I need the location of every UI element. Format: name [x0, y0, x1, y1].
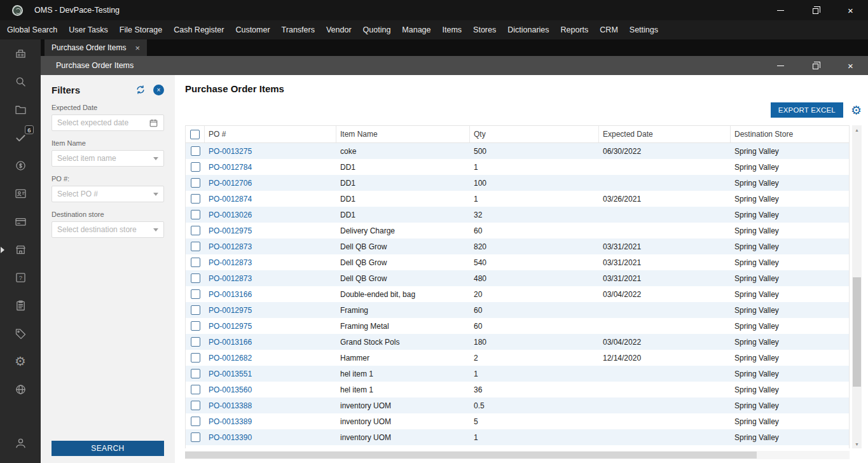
row-checkbox[interactable] [191, 194, 200, 204]
destination-store-select[interactable]: Select destination store [52, 221, 164, 238]
row-checkbox[interactable] [191, 305, 200, 315]
po-number-link[interactable]: PO-0012873 [209, 242, 252, 251]
sidebar-item-search[interactable] [0, 67, 41, 95]
scroll-down-icon[interactable]: ▼ [852, 439, 862, 448]
po-number-link[interactable]: PO-0013166 [209, 338, 252, 347]
select-all-checkbox[interactable] [190, 130, 200, 139]
restore-button[interactable] [798, 0, 833, 20]
calendar-icon[interactable] [149, 118, 158, 128]
row-checkbox[interactable] [191, 146, 200, 156]
row-checkbox[interactable] [191, 337, 200, 347]
po-number-link[interactable]: PO-0012706 [209, 179, 252, 188]
po-number-link[interactable]: PO-0012975 [209, 322, 252, 331]
po-number-link[interactable]: PO-0013390 [209, 433, 252, 442]
horizontal-scrollbar-thumb[interactable] [185, 452, 757, 459]
column-header-expected-date[interactable]: Expected Date [599, 126, 731, 142]
po-number-link[interactable]: PO-0012873 [209, 258, 252, 267]
column-header-destination-store[interactable]: Destination Store [731, 126, 849, 142]
row-checkbox[interactable] [191, 401, 200, 410]
row-checkbox[interactable] [191, 353, 200, 363]
sidebar-item-transfers[interactable] [0, 207, 41, 235]
menu-item[interactable]: Customer [230, 25, 275, 34]
po-number-select[interactable]: Select PO # [52, 186, 164, 202]
menu-item[interactable]: Settings [624, 25, 664, 34]
table-row: PO-0012873 Dell QB Grow 820 03/31/2021 S… [186, 238, 849, 254]
scroll-up-icon[interactable]: ▲ [852, 125, 862, 134]
po-number-link[interactable]: PO-0012784 [209, 163, 252, 172]
sidebar-item-tasks[interactable]: 6 [0, 123, 41, 151]
row-checkbox[interactable] [191, 417, 200, 426]
vertical-scrollbar[interactable]: ▲ ▼ [852, 125, 862, 448]
menu-item[interactable]: Cash Register [168, 25, 230, 34]
po-number-link[interactable]: PO-0013560 [209, 385, 252, 394]
po-number-link[interactable]: PO-0013551 [209, 370, 252, 378]
clear-filters-icon[interactable]: × [153, 85, 164, 95]
row-checkbox[interactable] [191, 226, 200, 235]
po-number-link[interactable]: PO-0013275 [209, 147, 252, 156]
column-header-po[interactable]: PO # [205, 126, 336, 142]
row-checkbox[interactable] [191, 321, 200, 331]
row-checkbox[interactable] [191, 432, 200, 442]
sidebar-item-money[interactable] [0, 151, 41, 179]
horizontal-scrollbar[interactable] [185, 451, 850, 459]
po-number-link[interactable]: PO-0012873 [209, 274, 252, 283]
inner-restore-button[interactable] [798, 56, 833, 75]
expected-date-input[interactable]: Select expected date [52, 114, 164, 131]
refresh-icon[interactable] [135, 84, 146, 95]
menu-item[interactable]: CRM [594, 25, 623, 34]
sidebar-expander-icon[interactable] [1, 247, 4, 253]
menu-item[interactable]: Dictionaries [502, 25, 555, 34]
vertical-scrollbar-thumb[interactable] [853, 277, 861, 387]
row-checkbox[interactable] [191, 385, 200, 394]
row-checkbox[interactable] [191, 178, 200, 188]
menu-item[interactable]: Stores [467, 25, 502, 34]
sidebar-item-web[interactable] [0, 375, 41, 403]
sidebar-item-orders[interactable] [0, 291, 41, 319]
sidebar-item-files[interactable] [0, 95, 41, 123]
minimize-button[interactable] [763, 0, 798, 20]
menu-item[interactable]: Manage [396, 25, 436, 34]
menu-item[interactable]: Global Search [1, 25, 63, 34]
po-number-link[interactable]: PO-0012682 [209, 354, 252, 363]
column-header-item-name[interactable]: Item Name [336, 126, 470, 142]
po-number-link[interactable]: PO-0012874 [209, 195, 252, 204]
sidebar-item-help[interactable]: ? [0, 263, 41, 291]
tab-purchase-order-items[interactable]: Purchase Order Items × [45, 39, 147, 56]
menu-item[interactable]: Transfers [276, 25, 320, 34]
column-header-qty[interactable]: Qty [470, 126, 599, 142]
search-button[interactable]: SEARCH [52, 441, 164, 456]
row-checkbox[interactable] [191, 258, 200, 267]
po-number-link[interactable]: PO-0013388 [209, 401, 252, 410]
inner-minimize-button[interactable] [763, 56, 798, 75]
qty-cell: 1 [470, 370, 599, 378]
po-number-link[interactable]: PO-0013026 [209, 211, 252, 219]
po-number-link[interactable]: PO-0012975 [209, 306, 252, 315]
po-number-link[interactable]: PO-0012975 [209, 226, 252, 235]
po-number-link[interactable]: PO-0013166 [209, 290, 252, 299]
sidebar-item-tags[interactable] [0, 319, 41, 347]
table-settings-gear-icon[interactable]: ⚙ [851, 104, 862, 116]
sidebar-item-user[interactable] [0, 429, 41, 457]
row-checkbox[interactable] [191, 210, 200, 219]
sidebar-item-cash-register[interactable] [0, 39, 41, 67]
menu-item[interactable]: User Tasks [63, 25, 114, 34]
export-excel-button[interactable]: EXPORT EXCEL [771, 102, 843, 118]
menu-item[interactable]: Quoting [357, 25, 397, 34]
sidebar-item-settings[interactable]: ⚙ [0, 347, 41, 375]
row-checkbox[interactable] [191, 242, 200, 251]
inner-close-button[interactable]: × [833, 56, 868, 75]
menu-item[interactable]: Vendor [320, 25, 357, 34]
menu-item[interactable]: Items [437, 25, 468, 34]
menu-item[interactable]: Reports [555, 25, 595, 34]
row-checkbox[interactable] [191, 369, 200, 378]
menu-item[interactable]: File Storage [114, 25, 168, 34]
tab-close-icon[interactable]: × [135, 44, 140, 52]
close-button[interactable]: × [833, 0, 868, 20]
sidebar-item-stores[interactable] [0, 235, 41, 263]
po-number-link[interactable]: PO-0013389 [209, 417, 252, 426]
sidebar-item-contacts[interactable] [0, 179, 41, 207]
row-checkbox[interactable] [191, 273, 200, 283]
item-name-select[interactable]: Select item name [52, 150, 164, 167]
row-checkbox[interactable] [191, 289, 200, 299]
row-checkbox[interactable] [191, 162, 200, 172]
